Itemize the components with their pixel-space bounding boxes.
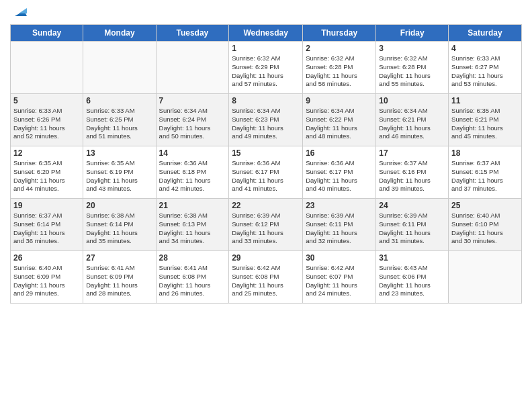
day-header-wednesday: Wednesday bbox=[229, 25, 303, 42]
logo bbox=[10, 7, 27, 19]
day-number: 21 bbox=[159, 201, 226, 210]
day-info: Sunrise: 6:35 AM Sunset: 6:19 PM Dayligh… bbox=[86, 159, 152, 193]
calendar-body: 1Sunrise: 6:32 AM Sunset: 6:29 PM Daylig… bbox=[11, 42, 522, 304]
day-info: Sunrise: 6:37 AM Sunset: 6:14 PM Dayligh… bbox=[13, 212, 80, 246]
day-info: Sunrise: 6:32 AM Sunset: 6:28 PM Dayligh… bbox=[306, 54, 373, 89]
day-number: 24 bbox=[379, 201, 445, 210]
day-info: Sunrise: 6:32 AM Sunset: 6:28 PM Dayligh… bbox=[379, 54, 445, 89]
day-info: Sunrise: 6:41 AM Sunset: 6:08 PM Dayligh… bbox=[159, 264, 226, 298]
day-info: Sunrise: 6:33 AM Sunset: 6:25 PM Dayligh… bbox=[86, 107, 152, 141]
calendar: SundayMondayTuesdayWednesdayThursdayFrid… bbox=[10, 24, 522, 304]
day-number: 4 bbox=[451, 44, 519, 53]
day-number: 2 bbox=[306, 44, 373, 53]
week-row-5: 26Sunrise: 6:40 AM Sunset: 6:09 PM Dayli… bbox=[11, 251, 522, 304]
week-row-1: 1Sunrise: 6:32 AM Sunset: 6:29 PM Daylig… bbox=[11, 42, 522, 94]
calendar-header: SundayMondayTuesdayWednesdayThursdayFrid… bbox=[11, 25, 522, 42]
day-header-saturday: Saturday bbox=[449, 25, 522, 42]
day-number: 25 bbox=[451, 201, 519, 210]
day-number: 20 bbox=[86, 201, 152, 210]
day-number: 6 bbox=[86, 96, 152, 105]
day-info: Sunrise: 6:42 AM Sunset: 6:07 PM Dayligh… bbox=[306, 264, 373, 298]
calendar-cell bbox=[11, 42, 83, 94]
day-info: Sunrise: 6:40 AM Sunset: 6:10 PM Dayligh… bbox=[451, 212, 519, 246]
week-row-4: 19Sunrise: 6:37 AM Sunset: 6:14 PM Dayli… bbox=[11, 199, 522, 251]
day-number: 9 bbox=[306, 96, 373, 105]
day-number: 27 bbox=[86, 253, 152, 263]
day-number: 12 bbox=[13, 148, 80, 158]
calendar-cell: 7Sunrise: 6:34 AM Sunset: 6:24 PM Daylig… bbox=[156, 94, 229, 146]
day-info: Sunrise: 6:35 AM Sunset: 6:20 PM Dayligh… bbox=[13, 159, 80, 193]
day-number: 16 bbox=[306, 148, 373, 158]
day-number: 5 bbox=[13, 96, 80, 105]
day-number: 30 bbox=[306, 253, 373, 263]
calendar-cell: 15Sunrise: 6:36 AM Sunset: 6:17 PM Dayli… bbox=[229, 146, 303, 199]
day-info: Sunrise: 6:41 AM Sunset: 6:09 PM Dayligh… bbox=[86, 264, 152, 298]
calendar-cell: 17Sunrise: 6:37 AM Sunset: 6:16 PM Dayli… bbox=[376, 146, 449, 199]
calendar-cell: 29Sunrise: 6:42 AM Sunset: 6:08 PM Dayli… bbox=[229, 251, 303, 304]
calendar-cell: 12Sunrise: 6:35 AM Sunset: 6:20 PM Dayli… bbox=[11, 146, 83, 199]
calendar-cell: 26Sunrise: 6:40 AM Sunset: 6:09 PM Dayli… bbox=[11, 251, 83, 304]
day-info: Sunrise: 6:33 AM Sunset: 6:26 PM Dayligh… bbox=[13, 107, 80, 141]
calendar-cell: 5Sunrise: 6:33 AM Sunset: 6:26 PM Daylig… bbox=[11, 94, 83, 146]
calendar-cell: 10Sunrise: 6:34 AM Sunset: 6:21 PM Dayli… bbox=[376, 94, 449, 146]
day-header-tuesday: Tuesday bbox=[156, 25, 229, 42]
day-info: Sunrise: 6:39 AM Sunset: 6:12 PM Dayligh… bbox=[232, 212, 300, 246]
day-info: Sunrise: 6:38 AM Sunset: 6:14 PM Dayligh… bbox=[86, 212, 152, 246]
calendar-cell: 24Sunrise: 6:39 AM Sunset: 6:11 PM Dayli… bbox=[376, 199, 449, 251]
day-info: Sunrise: 6:42 AM Sunset: 6:08 PM Dayligh… bbox=[232, 264, 300, 298]
calendar-cell: 22Sunrise: 6:39 AM Sunset: 6:12 PM Dayli… bbox=[229, 199, 303, 251]
calendar-cell: 28Sunrise: 6:41 AM Sunset: 6:08 PM Dayli… bbox=[156, 251, 229, 304]
calendar-cell: 14Sunrise: 6:36 AM Sunset: 6:18 PM Dayli… bbox=[156, 146, 229, 199]
day-info: Sunrise: 6:34 AM Sunset: 6:23 PM Dayligh… bbox=[232, 107, 300, 141]
day-header-thursday: Thursday bbox=[303, 25, 376, 42]
calendar-cell: 1Sunrise: 6:32 AM Sunset: 6:29 PM Daylig… bbox=[229, 42, 303, 94]
day-info: Sunrise: 6:38 AM Sunset: 6:13 PM Dayligh… bbox=[159, 212, 226, 246]
day-header-friday: Friday bbox=[376, 25, 449, 42]
day-info: Sunrise: 6:39 AM Sunset: 6:11 PM Dayligh… bbox=[306, 212, 373, 246]
calendar-cell: 18Sunrise: 6:37 AM Sunset: 6:15 PM Dayli… bbox=[449, 146, 522, 199]
day-number: 18 bbox=[451, 148, 519, 158]
day-info: Sunrise: 6:37 AM Sunset: 6:16 PM Dayligh… bbox=[379, 159, 445, 193]
day-info: Sunrise: 6:32 AM Sunset: 6:29 PM Dayligh… bbox=[232, 54, 300, 89]
week-row-3: 12Sunrise: 6:35 AM Sunset: 6:20 PM Dayli… bbox=[11, 146, 522, 199]
calendar-cell: 30Sunrise: 6:42 AM Sunset: 6:07 PM Dayli… bbox=[303, 251, 376, 304]
calendar-cell: 2Sunrise: 6:32 AM Sunset: 6:28 PM Daylig… bbox=[303, 42, 376, 94]
day-number: 22 bbox=[232, 201, 300, 210]
day-info: Sunrise: 6:34 AM Sunset: 6:21 PM Dayligh… bbox=[379, 107, 445, 141]
day-info: Sunrise: 6:34 AM Sunset: 6:24 PM Dayligh… bbox=[159, 107, 226, 141]
calendar-cell: 16Sunrise: 6:36 AM Sunset: 6:17 PM Dayli… bbox=[303, 146, 376, 199]
header bbox=[10, 7, 522, 19]
calendar-cell: 25Sunrise: 6:40 AM Sunset: 6:10 PM Dayli… bbox=[449, 199, 522, 251]
day-info: Sunrise: 6:35 AM Sunset: 6:21 PM Dayligh… bbox=[451, 107, 519, 141]
calendar-cell: 9Sunrise: 6:34 AM Sunset: 6:22 PM Daylig… bbox=[303, 94, 376, 146]
calendar-cell: 20Sunrise: 6:38 AM Sunset: 6:14 PM Dayli… bbox=[83, 199, 156, 251]
header-row: SundayMondayTuesdayWednesdayThursdayFrid… bbox=[11, 25, 522, 42]
day-info: Sunrise: 6:36 AM Sunset: 6:17 PM Dayligh… bbox=[306, 159, 373, 193]
calendar-cell bbox=[83, 42, 156, 94]
day-number: 1 bbox=[232, 44, 300, 53]
calendar-cell bbox=[156, 42, 229, 94]
day-info: Sunrise: 6:36 AM Sunset: 6:17 PM Dayligh… bbox=[232, 159, 300, 193]
calendar-cell: 19Sunrise: 6:37 AM Sunset: 6:14 PM Dayli… bbox=[11, 199, 83, 251]
week-row-2: 5Sunrise: 6:33 AM Sunset: 6:26 PM Daylig… bbox=[11, 94, 522, 146]
day-header-monday: Monday bbox=[83, 25, 156, 42]
day-number: 3 bbox=[379, 44, 445, 53]
calendar-cell: 3Sunrise: 6:32 AM Sunset: 6:28 PM Daylig… bbox=[376, 42, 449, 94]
day-number: 8 bbox=[232, 96, 300, 105]
day-number: 26 bbox=[13, 253, 80, 263]
day-info: Sunrise: 6:39 AM Sunset: 6:11 PM Dayligh… bbox=[379, 212, 445, 246]
calendar-cell: 8Sunrise: 6:34 AM Sunset: 6:23 PM Daylig… bbox=[229, 94, 303, 146]
day-number: 29 bbox=[232, 253, 300, 263]
day-number: 19 bbox=[13, 201, 80, 210]
calendar-cell: 27Sunrise: 6:41 AM Sunset: 6:09 PM Dayli… bbox=[83, 251, 156, 304]
day-info: Sunrise: 6:36 AM Sunset: 6:18 PM Dayligh… bbox=[159, 159, 226, 193]
calendar-cell: 11Sunrise: 6:35 AM Sunset: 6:21 PM Dayli… bbox=[449, 94, 522, 146]
day-number: 31 bbox=[379, 253, 445, 263]
svg-marker-1 bbox=[19, 8, 27, 13]
day-number: 28 bbox=[159, 253, 226, 263]
day-info: Sunrise: 6:37 AM Sunset: 6:15 PM Dayligh… bbox=[451, 159, 519, 193]
day-number: 10 bbox=[379, 96, 445, 105]
calendar-cell: 13Sunrise: 6:35 AM Sunset: 6:19 PM Dayli… bbox=[83, 146, 156, 199]
calendar-cell: 6Sunrise: 6:33 AM Sunset: 6:25 PM Daylig… bbox=[83, 94, 156, 146]
calendar-cell: 21Sunrise: 6:38 AM Sunset: 6:13 PM Dayli… bbox=[156, 199, 229, 251]
